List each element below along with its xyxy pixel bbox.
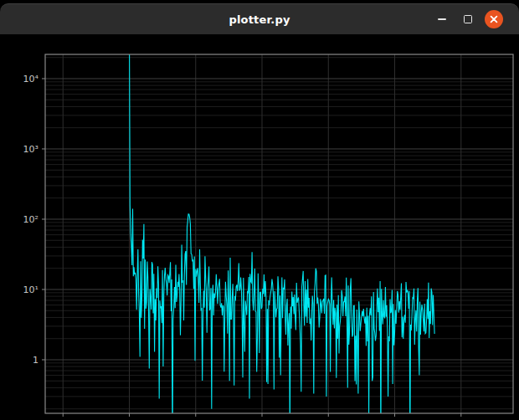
grid-layer xyxy=(45,54,513,413)
close-icon xyxy=(490,15,498,23)
maximize-button[interactable] xyxy=(459,10,477,28)
plot-canvas: -1000100200300400500110¹10²10³10⁴ xyxy=(0,33,519,420)
spectrum-line xyxy=(130,33,435,420)
y-tick-label: 10² xyxy=(23,214,39,225)
y-tick-label: 10¹ xyxy=(23,284,39,295)
maximize-icon xyxy=(464,15,472,23)
minimize-button[interactable] xyxy=(433,10,451,28)
y-tick-label: 10³ xyxy=(23,144,39,155)
y-tick-label: 1 xyxy=(33,355,39,366)
figure-area: -1000100200300400500110¹10²10³10⁴ A xyxy=(0,33,519,420)
window-controls xyxy=(433,4,503,34)
y-tick-label: 10⁴ xyxy=(23,74,39,85)
titlebar[interactable]: plotter.py xyxy=(0,3,519,34)
app-window: -1000100200300400500110¹10²10³10⁴ A plot… xyxy=(0,0,519,420)
minimize-icon xyxy=(438,18,446,20)
window-title: plotter.py xyxy=(229,13,290,26)
close-button[interactable] xyxy=(485,10,503,28)
